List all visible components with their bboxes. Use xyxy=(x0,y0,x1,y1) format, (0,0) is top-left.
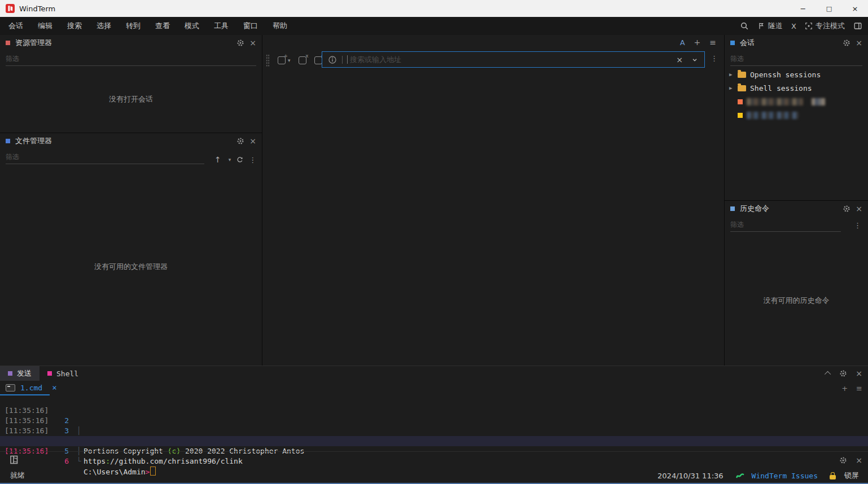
address-placeholder: 搜索或输入地址 xyxy=(350,55,676,65)
chevron-down-icon[interactable] xyxy=(691,56,699,64)
close-icon[interactable]: × xyxy=(249,38,256,47)
tab-send[interactable]: 发送 xyxy=(0,366,40,381)
session-item-redacted-1[interactable] xyxy=(725,95,868,108)
upload-arrow-icon[interactable]: ↑ xyxy=(214,155,221,164)
menu-view[interactable]: 查看 xyxy=(148,17,177,35)
new-session-icon[interactable] xyxy=(278,56,286,64)
font-size-icon[interactable]: A xyxy=(680,38,685,47)
windterm-logo-icon xyxy=(6,4,15,13)
terminal-line: [11:35:16] 5 └ xyxy=(0,426,868,436)
windterm-issues-link[interactable]: WindTerm Issues xyxy=(752,472,818,480)
terminal-output[interactable]: [11:35:16] 2 │ Copyright (c) 2012-2018 M… xyxy=(0,395,868,452)
close-icon[interactable]: × xyxy=(856,38,862,47)
menu-help[interactable]: 帮助 xyxy=(265,17,295,35)
menu-search[interactable]: 搜索 xyxy=(60,17,89,35)
more-options-icon[interactable]: ⋮ xyxy=(854,221,861,230)
close-icon[interactable]: × xyxy=(856,204,862,213)
focus-mode-button[interactable]: 专注模式 xyxy=(805,21,845,31)
status-bar: 就绪 2024/10/31 11:36 WindTerm Issues 锁屏 xyxy=(0,468,868,483)
chevron-down-icon[interactable]: ▾ xyxy=(229,157,231,162)
redacted-text xyxy=(747,112,799,119)
title-bar: WindTerm − □ × xyxy=(0,0,868,17)
menu-goto[interactable]: 转到 xyxy=(119,17,148,35)
more-options-icon[interactable]: ⋮ xyxy=(711,54,718,63)
gear-icon[interactable] xyxy=(236,39,244,47)
terminal-line: [11:35:16] 2 │ Copyright (c) 2012-2018 M… xyxy=(0,395,868,406)
terminal-tab-1cmd[interactable]: 1.cmd × xyxy=(6,381,57,394)
filemanager-panel: 文件管理器 × 筛选 ↑ ▾ ⋮ 没有可用的文件管理器 xyxy=(0,133,262,366)
refresh-icon[interactable] xyxy=(236,156,244,164)
dock-controls: × xyxy=(839,452,862,469)
left-column: 资源管理器 × 筛选 没有打开会话 文件管理器 × 筛选 xyxy=(0,35,262,366)
session-pane-controls: A + ≡ xyxy=(680,38,716,47)
gear-icon[interactable] xyxy=(843,39,851,47)
pane-menu-icon[interactable]: ≡ xyxy=(709,38,716,47)
explorer-panel-header: 资源管理器 × xyxy=(0,35,262,51)
minimize-button[interactable]: − xyxy=(790,0,816,17)
filemanager-panel-title: 文件管理器 xyxy=(15,136,52,146)
session-item-redacted-2[interactable] xyxy=(725,108,868,122)
windterm-window: WindTerm − □ × 会话 编辑 搜索 选择 转到 查看 模式 工具 窗… xyxy=(0,0,868,484)
menu-session[interactable]: 会话 xyxy=(1,17,30,35)
more-options-icon[interactable]: ⋮ xyxy=(249,156,256,164)
tree-item-shell-sessions[interactable]: ▶ Shell sessions xyxy=(725,81,868,95)
gear-icon[interactable] xyxy=(839,456,847,464)
x-mode-button[interactable]: X xyxy=(791,22,796,30)
menu-tools[interactable]: 工具 xyxy=(207,17,236,35)
expand-caret-icon[interactable]: ▶ xyxy=(729,85,734,91)
session-dot-icon xyxy=(738,113,743,118)
lock-screen-button[interactable]: 锁屏 xyxy=(844,470,859,481)
filemanager-panel-header: 文件管理器 × xyxy=(0,133,262,149)
tab-menu-icon[interactable]: ≡ xyxy=(856,384,862,393)
add-pane-icon[interactable]: + xyxy=(694,38,701,47)
status-datetime[interactable]: 2024/10/31 11:36 xyxy=(657,472,724,480)
redacted-text xyxy=(747,98,803,105)
status-ready-text: 就绪 xyxy=(10,470,25,481)
menu-window[interactable]: 窗口 xyxy=(236,17,265,35)
gear-icon[interactable] xyxy=(236,137,244,145)
maximize-button[interactable]: □ xyxy=(816,0,842,17)
search-icon[interactable] xyxy=(740,21,749,30)
layout-icon[interactable] xyxy=(853,21,862,30)
filemanager-empty-text: 没有可用的文件管理器 xyxy=(0,262,262,272)
flag-icon xyxy=(757,22,765,30)
sessions-panel-title: 会话 xyxy=(740,38,755,48)
tab-shell[interactable]: Shell xyxy=(40,366,86,381)
new-tab-icon[interactable]: + xyxy=(841,384,848,393)
history-panel-title: 历史命令 xyxy=(740,204,769,214)
terminal-tab-controls: + ≡ xyxy=(841,381,862,395)
toolbar-grip-handle[interactable] xyxy=(266,54,270,67)
expand-caret-icon[interactable]: ▶ xyxy=(729,72,734,77)
menu-edit[interactable]: 编辑 xyxy=(30,17,60,35)
windterm-dock-icon[interactable] xyxy=(9,455,19,465)
explorer-panel-icon xyxy=(6,41,10,45)
close-tab-icon[interactable]: × xyxy=(52,383,56,392)
history-filter-input[interactable]: 筛选 xyxy=(730,218,841,232)
menu-mode[interactable]: 模式 xyxy=(177,17,207,35)
explorer-panel-title: 资源管理器 xyxy=(15,38,52,48)
chevron-down-icon[interactable]: ▾ xyxy=(288,58,291,63)
clear-icon[interactable]: × xyxy=(676,55,683,64)
info-icon[interactable] xyxy=(328,55,337,64)
explorer-filter-input[interactable]: 筛选 xyxy=(6,52,256,66)
menu-select[interactable]: 选择 xyxy=(89,17,119,35)
right-column: 会话 × 筛选 ▶ Openssh sessions ▶ Shell sessi… xyxy=(724,35,868,366)
redacted-text xyxy=(812,98,825,105)
close-session-icon[interactable] xyxy=(299,56,306,64)
sessions-filter-input[interactable]: 筛选 xyxy=(730,52,862,66)
tree-item-openssh-sessions[interactable]: ▶ Openssh sessions xyxy=(725,68,868,81)
close-button[interactable]: × xyxy=(842,0,868,17)
collapse-chevron-icon[interactable] xyxy=(825,371,831,377)
close-icon[interactable]: × xyxy=(249,137,256,146)
gear-icon[interactable] xyxy=(839,369,847,377)
close-icon[interactable]: × xyxy=(856,456,862,465)
text-cursor xyxy=(347,55,348,64)
reopen-session-icon[interactable] xyxy=(314,56,322,64)
history-empty-text: 没有可用的历史命令 xyxy=(725,296,868,306)
close-icon[interactable]: × xyxy=(856,369,862,378)
gear-icon[interactable] xyxy=(843,205,851,213)
address-bar-input[interactable]: 搜索或输入地址 × xyxy=(322,51,705,68)
session-dot-icon xyxy=(738,99,743,104)
filemanager-filter-input[interactable]: 筛选 xyxy=(6,150,204,164)
tunnel-button[interactable]: 隧道 xyxy=(757,21,783,31)
